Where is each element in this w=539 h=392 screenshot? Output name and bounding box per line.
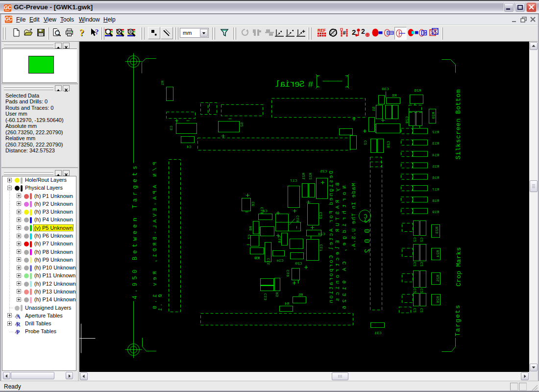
svg-text:C4: C4 — [187, 145, 192, 149]
svg-text:2: 2 — [361, 28, 365, 35]
svg-text:R6: R6 — [248, 226, 253, 231]
svg-text:Made In The U.S.A.: Made In The U.S.A. — [351, 183, 357, 251]
svg-text:R26: R26 — [436, 296, 440, 304]
svg-text:C: C — [364, 214, 367, 220]
svg-text:C2: C2 — [419, 308, 424, 313]
svg-text:R23: R23 — [435, 227, 439, 234]
svg-text:C19: C19 — [286, 270, 290, 277]
svg-text:2: 2 — [352, 28, 356, 36]
svg-text:C13: C13 — [263, 294, 268, 301]
svg-text:R1: R1 — [160, 81, 165, 86]
svg-text:R3: R3 — [275, 293, 279, 297]
svg-text:R25: R25 — [436, 275, 440, 282]
svg-text:Ø .1: Ø .1 — [158, 294, 163, 311]
svg-text:R12: R12 — [432, 130, 440, 134]
svg-text:Silkscreen Bottom: Silkscreen Bottom — [455, 89, 462, 159]
svg-text:C1e: C1e — [276, 258, 284, 263]
svg-text:C18: C18 — [295, 216, 300, 223]
svg-text:C31: C31 — [374, 331, 382, 335]
svg-text:C2: C2 — [363, 141, 368, 146]
svg-text:R19: R19 — [432, 210, 440, 214]
svg-text:C9: C9 — [254, 256, 259, 260]
svg-text:C24: C24 — [318, 232, 325, 236]
svg-text:?: ? — [79, 28, 84, 37]
svg-text:C28: C28 — [386, 141, 391, 148]
svg-text:C2: C2 — [413, 308, 417, 313]
svg-text:C23: C23 — [318, 212, 323, 220]
svg-text:C2: C2 — [419, 262, 424, 267]
svg-text:R22: R22 — [308, 173, 313, 180]
svg-text:R4: R4 — [285, 301, 290, 306]
svg-text:C2: C2 — [413, 238, 417, 243]
svg-text:Designed For Actel Corporation: Designed For Actel Corporation — [328, 171, 334, 303]
svg-text:C7: C7 — [247, 235, 251, 240]
svg-text:R20: R20 — [431, 112, 436, 120]
svg-text:R18: R18 — [432, 198, 440, 203]
svg-text:S1: S1 — [371, 107, 376, 112]
svg-text:4.950 Between Targets: 4.950 Between Targets — [132, 166, 139, 299]
svg-text:C17: C17 — [319, 245, 323, 252]
svg-text:R13: R13 — [432, 141, 440, 146]
svg-text:R17: R17 — [432, 187, 440, 192]
svg-text:P: P — [16, 329, 20, 335]
svg-text:?: ? — [95, 28, 99, 36]
svg-text:C10: C10 — [260, 207, 264, 215]
svg-text:By RASTUR Electronics: By RASTUR Electronics — [335, 183, 341, 301]
svg-text:C3: C3 — [169, 126, 173, 131]
svg-text:R6: R6 — [392, 93, 397, 98]
svg-text:C2: C2 — [419, 238, 424, 243]
svg-text:Northridge, CA 91326: Northridge, CA 91326 — [342, 186, 347, 309]
svg-text:C2: C2 — [413, 289, 417, 294]
svg-text:A: A — [16, 313, 21, 319]
svg-text:R15: R15 — [432, 164, 440, 169]
svg-text:C18: C18 — [277, 236, 282, 244]
svg-text:C6: C6 — [251, 202, 255, 207]
svg-text:#: # — [308, 80, 314, 90]
svg-text:C29: C29 — [405, 117, 409, 124]
svg-text:R21: R21 — [301, 173, 306, 180]
svg-text:Targets: Targets — [454, 305, 462, 337]
svg-text:C11: C11 — [266, 258, 270, 266]
svg-text:C30: C30 — [382, 87, 389, 91]
svg-text:R16: R16 — [432, 175, 440, 180]
svg-text:Crop Marks: Crop Marks — [455, 247, 463, 287]
svg-text:C17: C17 — [290, 178, 297, 183]
svg-text:C2: C2 — [419, 289, 424, 294]
svg-text:R: R — [16, 321, 21, 327]
svg-text:R14: R14 — [432, 153, 440, 157]
svg-text:C20: C20 — [295, 261, 302, 266]
svg-text:REF: REF — [318, 28, 326, 33]
svg-text:#: # — [343, 30, 346, 36]
svg-text:S2: S2 — [240, 122, 244, 127]
svg-text:C2: C2 — [413, 262, 417, 267]
svg-text:R26: R26 — [414, 88, 421, 93]
svg-text:Serial: Serial — [275, 79, 305, 89]
svg-text:P/N APA-EVAL-BRD1, Rev 1.0: P/N APA-EVAL-BRD1, Rev 1.0 — [152, 162, 158, 309]
svg-text:R24: R24 — [436, 250, 440, 258]
svg-text:C25: C25 — [320, 169, 327, 173]
svg-text:R5: R5 — [298, 293, 303, 297]
